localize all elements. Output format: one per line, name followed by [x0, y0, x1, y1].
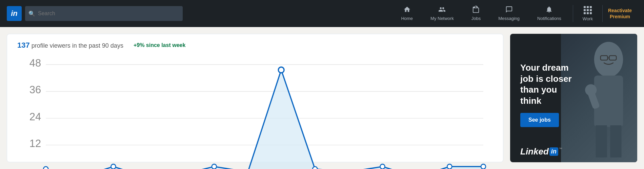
nav-label-messaging: Messaging [498, 16, 520, 21]
chart-panel: 137 profile viewers in the past 90 days … [7, 34, 503, 162]
svg-text:36: 36 [29, 84, 41, 96]
logo-text: in [11, 9, 18, 18]
chart-point [212, 164, 217, 169]
chart-point [380, 164, 385, 169]
viewers-label: profile viewers in the past 90 days [32, 42, 123, 49]
work-grid-icon [584, 6, 592, 14]
svg-text:24: 24 [29, 111, 41, 122]
nav-label-mynetwork: My Network [430, 16, 454, 21]
nav-item-home[interactable]: Home [392, 0, 422, 27]
svg-text:12: 12 [29, 138, 41, 149]
ad-logo-in: in [549, 147, 558, 156]
ad-title: Your dream job is closer than you think [520, 62, 579, 106]
navbar: in 🔍 Home My Network Jobs [0, 0, 644, 27]
ad-panel: Your dream job is closer than you think … [510, 34, 637, 162]
nav-divider-2 [602, 5, 603, 22]
main-content: 137 profile viewers in the past 90 days … [0, 27, 644, 169]
nav-item-notifications[interactable]: Notifications [528, 0, 570, 27]
ad-logo-tm: ™ [559, 147, 562, 151]
chart-point [43, 167, 48, 169]
nav-item-work[interactable]: Work [576, 0, 600, 27]
jobs-icon [472, 6, 480, 15]
nav-label-notifications: Notifications [537, 16, 561, 21]
svg-text:48: 48 [29, 57, 41, 69]
chart-point [313, 167, 317, 169]
ad-logo-text: Linked [520, 146, 549, 157]
stat-growth: +9% since last week [134, 42, 185, 48]
premium-line2: Premium [610, 14, 630, 20]
chart-stats: 137 profile viewers in the past 90 days … [17, 41, 493, 50]
chart-point [447, 164, 452, 169]
growth-label: since last week [146, 42, 186, 48]
nav-item-mynetwork[interactable]: My Network [422, 0, 463, 27]
viewers-count: 137 [17, 41, 30, 49]
growth-percent: +9% [134, 42, 144, 48]
premium-line1: Reactivate [608, 7, 632, 14]
search-icon: 🔍 [28, 10, 35, 17]
my-network-icon [438, 6, 446, 15]
see-jobs-button[interactable]: See jobs [520, 113, 559, 127]
linkedin-logo[interactable]: in [7, 6, 22, 21]
nav-divider [573, 5, 573, 22]
stat-viewers: 137 profile viewers in the past 90 days [17, 41, 123, 50]
line-chart-svg: 48 36 24 12 0 Feb 22 Mar 8 Mar 22 Apr 5 … [17, 55, 493, 169]
messaging-icon [505, 6, 513, 15]
home-icon [403, 6, 411, 15]
search-container: 🔍 [25, 6, 183, 21]
chart-area: 48 36 24 12 0 Feb 22 Mar 8 Mar 22 Apr 5 … [17, 55, 493, 169]
ad-content: Your dream job is closer than you think … [510, 34, 637, 162]
chart-point [481, 164, 486, 169]
ad-logo: Linked in ™ [520, 146, 562, 157]
notifications-icon [545, 6, 553, 15]
nav-item-jobs[interactable]: Jobs [463, 0, 489, 27]
work-label: Work [583, 16, 593, 21]
search-input[interactable] [25, 6, 183, 21]
chart-peak-point [278, 67, 284, 73]
nav-items: Home My Network Jobs Messaging Notificat [392, 0, 637, 27]
nav-label-jobs: Jobs [471, 16, 481, 21]
nav-label-home: Home [401, 16, 413, 21]
premium-button[interactable]: Reactivate Premium [605, 0, 637, 27]
chart-point [111, 164, 116, 169]
nav-item-messaging[interactable]: Messaging [489, 0, 528, 27]
